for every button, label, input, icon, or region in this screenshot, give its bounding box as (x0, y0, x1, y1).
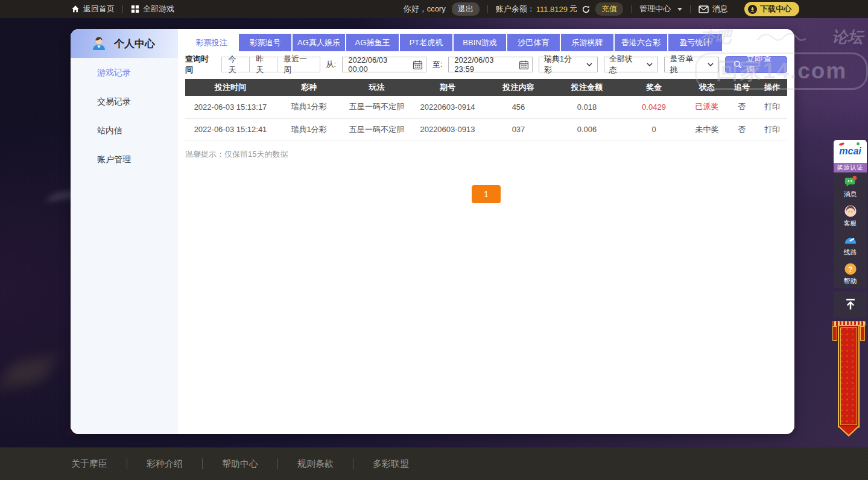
tab-2[interactable]: 彩票追号 (239, 34, 293, 51)
admin-center-menu[interactable]: 管理中心 (639, 4, 682, 14)
footer-link-3[interactable]: 帮助中心 (203, 458, 277, 470)
back-to-top-icon (844, 298, 857, 311)
sidebar-item-4[interactable]: 账户管理 (71, 145, 178, 174)
download-center-label: 下载中心 (760, 4, 791, 14)
admin-center-label: 管理中心 (639, 4, 671, 14)
prize-certification-badge: 奖源认证 (834, 163, 867, 172)
chevron-down-icon (647, 63, 653, 66)
calendar-icon[interactable] (413, 60, 423, 70)
column-header-9: 追号 (727, 79, 757, 96)
tab-8[interactable]: 乐游棋牌 (561, 34, 615, 51)
quick-range-button-2[interactable]: 昨天 (250, 57, 277, 72)
all-games-link[interactable]: 全部游戏 (131, 4, 174, 14)
floating-panel: mcai 奖源认证 消息客服线路?帮助 (834, 140, 867, 318)
from-date-input[interactable]: 2022/06/03 00:00 (342, 57, 426, 72)
sidebar-item-2[interactable]: 交易记录 (71, 87, 178, 116)
tab-7[interactable]: 沙巴体育 (507, 34, 561, 51)
back-home-label: 返回首页 (83, 4, 115, 14)
retention-tip: 温馨提示：仅保留15天的数据 (185, 149, 787, 160)
status-select[interactable]: 全部状态 (604, 57, 659, 72)
tab-10[interactable]: 盈亏统计 (668, 34, 722, 51)
sidebar-nav: 游戏记录交易记录站内信账户管理 (71, 58, 178, 174)
to-date-value: 2022/06/03 23:59 (454, 55, 513, 74)
table-cell: 否 (727, 96, 757, 118)
help-icon: ? (844, 262, 857, 276)
status-select-value: 全部状态 (609, 54, 639, 75)
tab-3[interactable]: AG真人娱乐 (293, 34, 346, 51)
download-center-button[interactable]: 下载中心 (744, 2, 799, 16)
tab-6[interactable]: BBIN游戏 (454, 34, 507, 51)
footer-link-4[interactable]: 规则条款 (278, 458, 353, 470)
single-pick-select-value: 是否单挑 (670, 54, 700, 75)
search-icon (733, 60, 742, 69)
lottery-select-value: 瑞典1分彩 (544, 54, 578, 75)
recharge-button[interactable]: 充值 (595, 2, 623, 16)
quick-range-button-1[interactable]: 今天 (222, 57, 250, 72)
query-button[interactable]: 立即查询 (725, 56, 787, 73)
table-cell: 20220603-0914 (411, 96, 484, 118)
chevron-down-icon (677, 8, 682, 11)
column-header-4: 期号 (411, 79, 484, 96)
topbar-divider (690, 5, 691, 13)
to-date-input[interactable]: 2022/06/03 23:59 (448, 57, 532, 72)
print-button[interactable]: 打印 (757, 96, 787, 118)
topbar-divider (122, 5, 123, 13)
float-item-label: 消息 (844, 190, 857, 199)
sidebar-item-3[interactable]: 站内信 (71, 116, 178, 145)
mcai-logo[interactable]: mcai (834, 140, 867, 163)
logout-button[interactable]: 退出 (452, 2, 480, 16)
float-item-chat-message[interactable]: 消息 (834, 172, 867, 201)
table-row: 2022-06-03 15:12:41瑞典1分彩五星一码不定胆20220603-… (185, 118, 787, 141)
tab-5[interactable]: PT老虎机 (400, 34, 454, 51)
user-avatar (91, 36, 107, 51)
refresh-balance-icon[interactable] (581, 5, 591, 14)
table-body: 2022-06-03 15:13:17瑞典1分彩五星一码不定胆20220603-… (185, 96, 787, 141)
table-cell: 2022-06-03 15:12:41 (185, 118, 276, 141)
messages-link[interactable]: 消息 (699, 4, 728, 14)
table-cell: 否 (727, 118, 757, 141)
table-cell: 20220603-0913 (411, 118, 484, 141)
table-header-row: 投注时间彩种玩法期号投注内容投注金额奖金状态追号操作 (185, 79, 787, 96)
footer-link-5[interactable]: 多彩联盟 (353, 458, 428, 470)
balance-value: 111.8129 (536, 5, 568, 14)
chat-message-icon (844, 175, 857, 189)
column-header-8: 状态 (687, 79, 727, 96)
float-item-customer-service[interactable]: 客服 (834, 201, 867, 230)
tab-1[interactable]: 彩票投注 (185, 34, 239, 51)
balance-label: 账户余额： (496, 4, 535, 14)
table-cell: 瑞典1分彩 (276, 96, 342, 118)
float-item-help[interactable]: ?帮助 (834, 259, 867, 288)
column-header-7: 奖金 (621, 79, 687, 96)
float-item-line-speed[interactable]: 线路 (834, 230, 867, 259)
quick-range-button-3[interactable]: 最近一周 (277, 57, 320, 72)
all-games-label: 全部游戏 (143, 4, 174, 14)
back-home-link[interactable]: 返回首页 (71, 4, 115, 14)
print-button[interactable]: 打印 (757, 118, 787, 141)
balance-unit: 元 (569, 4, 577, 14)
tabs: 彩票投注彩票追号AG真人娱乐AG捕鱼王PT老虎机BBIN游戏沙巴体育乐游棋牌香港… (185, 34, 787, 51)
sidebar-title: 个人中心 (114, 37, 155, 51)
table-cell: 五星一码不定胆 (342, 96, 411, 118)
back-to-top-button[interactable] (834, 291, 867, 318)
customer-service-icon (844, 204, 857, 218)
table-cell: 0.0429 (621, 96, 687, 118)
single-pick-select[interactable]: 是否单挑 (664, 57, 719, 72)
sidebar-item-1[interactable]: 游戏记录 (71, 58, 178, 87)
column-header-6: 投注金额 (553, 79, 621, 96)
messages-label: 消息 (712, 4, 728, 14)
tab-9[interactable]: 香港六合彩 (615, 34, 668, 51)
calendar-icon[interactable] (519, 60, 529, 70)
footer-link-2[interactable]: 彩种介绍 (127, 458, 202, 470)
greeting-text: 你好，ccory (404, 4, 446, 14)
column-header-5: 投注内容 (484, 79, 553, 96)
line-speed-icon (844, 233, 857, 247)
lottery-select[interactable]: 瑞典1分彩 (539, 57, 598, 72)
page-1-button[interactable]: 1 (472, 185, 501, 203)
filter-row: 查询时间 今天昨天最近一周 从: 2022/06/03 00:00 至: 202… (185, 56, 787, 73)
footer-link-1[interactable]: 关于摩臣 (71, 458, 127, 470)
tab-4[interactable]: AG捕鱼王 (346, 34, 400, 51)
table-row: 2022-06-03 15:13:17瑞典1分彩五星一码不定胆20220603-… (185, 96, 787, 118)
float-item-label: 线路 (844, 248, 857, 257)
from-date-value: 2022/06/03 00:00 (348, 55, 407, 74)
download-icon (748, 5, 757, 14)
